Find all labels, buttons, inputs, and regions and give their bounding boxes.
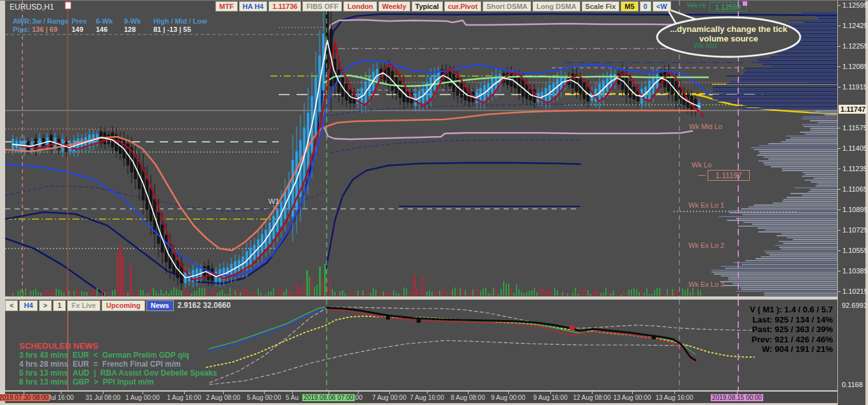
time-label: 5 Aug 00:00	[247, 394, 281, 401]
button-typical[interactable]: Typical	[412, 1, 443, 11]
news-relation: |	[94, 369, 96, 378]
news-headline: PPI Input m/m	[103, 378, 154, 386]
price-tick-label: 1.11065	[842, 185, 867, 193]
time-label: 1 Aug 00:00	[125, 394, 159, 401]
button-1[interactable]: 1	[53, 300, 66, 311]
price-tick-mark	[838, 26, 841, 26]
button-scale-fix[interactable]: Scale Fix	[582, 1, 620, 11]
panel-scale-hi: 92.6993	[842, 302, 867, 309]
news-time: 4 hrs 28 mins	[19, 360, 68, 369]
price-tick-mark	[838, 128, 841, 128]
button-h4[interactable]: H4	[19, 300, 37, 311]
button-0[interactable]: 0	[640, 1, 651, 11]
news-currency: EUR	[73, 360, 89, 369]
time-label: 13 Aug 16:00	[656, 394, 694, 401]
button-long-dsma[interactable]: Long DSMA	[532, 1, 580, 11]
time-label: 31 Jul 08:00	[86, 394, 121, 401]
price-tick-mark	[838, 5, 841, 6]
price-tick-label: 1.12425	[842, 22, 868, 29]
volume-stats-line: Last: 925 / 134 / 14%	[750, 315, 833, 325]
news-headline: RBA Assist Gov Debelle Speaks	[100, 369, 217, 378]
volume-stats-line: Past: 925 / 363 / 39%	[750, 325, 833, 335]
price-tick-mark	[838, 66, 841, 67]
mt4-window: EURUSD,H1 AWR:3w / RangePrev6-Wk9-WkHigh…	[0, 0, 868, 405]
button-1.11736[interactable]: 1.11736	[268, 1, 301, 11]
price-tick-label: 1.10215	[842, 287, 868, 295]
time-label: 1 Aug 16:00	[167, 394, 201, 401]
button-fibs-off[interactable]: FIBS OFF	[302, 1, 342, 11]
awr-cell: 128	[124, 26, 153, 34]
current-price-tag: 1.11747	[839, 105, 867, 114]
awr-cell: 6-Wk	[96, 17, 124, 26]
news-relation: =	[93, 360, 98, 369]
price-tick-mark	[838, 148, 841, 149]
indicator-value-readout: 2.9162 32.0660	[175, 300, 231, 311]
news-item: 6 hrs 13 minsGBP>PPI Input m/m	[19, 378, 222, 386]
price-tick-label: 1.12085	[842, 63, 868, 70]
button-short-dsma[interactable]: Short DSMA	[483, 1, 531, 11]
price-tick-label: 1.12255	[842, 42, 868, 50]
time-label: 13 Aug 00:00	[614, 394, 651, 401]
news-time: 6 hrs 13 mins	[19, 378, 68, 386]
awr-stats: AWR:3w / RangePrev6-Wk9-WkHigh / Mid / L…	[13, 17, 240, 34]
news-relation: <	[93, 351, 98, 360]
wk-hi-price-box: 1.12559	[709, 2, 747, 11]
price-tick-label: 1.11235	[842, 165, 867, 172]
chart-canvas[interactable]	[5, 1, 837, 296]
marked-price-box[interactable]: 1.11197	[708, 170, 750, 181]
volume-stats-line: V ( M1 ): 1.4 / 0.6 / 5.7	[750, 305, 833, 315]
news-relation: >	[94, 378, 98, 386]
price-tick-mark	[838, 291, 841, 292]
price-tick-mark	[838, 46, 841, 47]
news-currency: AUD	[73, 369, 89, 378]
button-weekly[interactable]: Weekly	[378, 1, 410, 11]
button-mtf[interactable]: MTF	[215, 1, 238, 11]
indicator-panel[interactable]: SCHEDULED NEWS3 hrs 43 minsEUR<German Pr…	[5, 300, 837, 390]
button-upcoming[interactable]: Upcoming	[102, 300, 145, 311]
time-label: 5 Au	[286, 394, 298, 401]
scheduled-news: SCHEDULED NEWS3 hrs 43 minsEUR<German Pr…	[19, 342, 222, 386]
button-fx-live[interactable]: Fx Live	[67, 300, 100, 311]
volume-stats: V ( M1 ): 1.4 / 0.6 / 5.7Last: 925 / 134…	[750, 305, 833, 355]
price-scale[interactable]: 1.11747 92.6993 0.1168 1.125951.124251.1…	[837, 1, 865, 405]
news-item: 5 hrs 13 minsAUD|RBA Assist Gov Debelle …	[19, 369, 222, 378]
time-label: 2 Aug 08:00	[206, 394, 240, 401]
button-ha-h4[interactable]: HA H4	[239, 1, 268, 11]
time-label-highlight: 2019.07.30 08:00	[0, 394, 50, 401]
button->[interactable]: >	[39, 300, 52, 311]
price-tick-mark	[838, 169, 841, 169]
time-label: 7 Aug 00:00	[372, 394, 406, 401]
tick-volume-bubble: ...dynamically change the tick volume so…	[656, 24, 802, 43]
news-time: 5 hrs 13 mins	[19, 369, 68, 378]
news-currency: EUR	[73, 351, 89, 360]
price-tick-label: 1.11915	[842, 83, 867, 91]
button-news[interactable]: News	[146, 300, 174, 311]
time-label: 8 Aug 08:00	[451, 394, 484, 401]
time-label: Jul 16:00	[48, 394, 74, 401]
time-axis[interactable]: 2019.07.30 08:00Jul 16:0031 Jul 08:001 A…	[5, 391, 837, 403]
price-tick-label: 1.11575	[842, 124, 867, 132]
awr-cell: 3w / Range	[32, 17, 72, 26]
panel-scale-lo: 0.1168	[842, 381, 863, 388]
button-cur.pivot[interactable]: cur.Pivot	[444, 1, 481, 11]
price-tick-label: 1.10385	[842, 267, 868, 275]
price-tick-mark	[838, 189, 841, 190]
awr-cell: High / Mid / Low	[153, 17, 240, 26]
bottom-toolbar: <H4>1Fx LiveUpcomingNews2.9162 32.0660	[5, 300, 231, 311]
price-tick-label: 1.10895	[842, 206, 868, 213]
time-label: 12 Aug 08:00	[573, 394, 611, 401]
main-chart[interactable]: EURUSD,H1 AWR:3w / RangePrev6-Wk9-WkHigh…	[5, 1, 837, 296]
button-<w[interactable]: <W	[653, 1, 671, 11]
price-tick-mark	[838, 250, 841, 251]
button-m5[interactable]: M5	[621, 1, 638, 11]
price-tick-mark	[838, 87, 841, 88]
price-tick-label: 1.12595	[842, 1, 868, 9]
time-label: 9 Aug 16:00	[533, 394, 567, 401]
button-london[interactable]: London	[343, 1, 376, 11]
awr-cell: 149	[72, 26, 96, 34]
news-title: SCHEDULED NEWS	[19, 342, 222, 351]
news-headline: German Prelim GDP q/q	[102, 351, 189, 360]
price-tick-label: 1.10555	[842, 247, 868, 254]
button-<[interactable]: <	[5, 300, 18, 311]
awr-cell: 81 | -13 | 55	[153, 26, 240, 34]
